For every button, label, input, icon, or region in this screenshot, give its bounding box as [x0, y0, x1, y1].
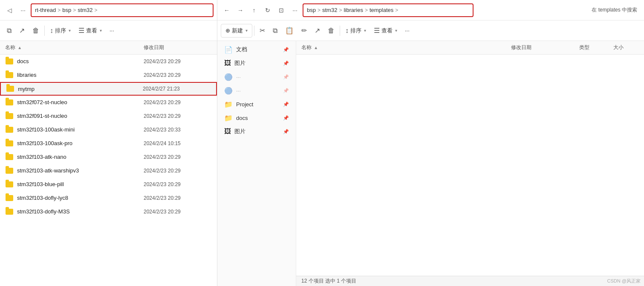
folder-icon-left	[5, 125, 14, 134]
share-btn-right[interactable]: ↗	[311, 24, 323, 38]
quick-item-blurred1[interactable]: 🔵 ··· 📌	[217, 70, 296, 84]
pin-project: 📌	[283, 102, 289, 107]
pictures2-icon: 🖼	[224, 128, 231, 135]
left-file-name: stm32f103-dofly-lyc8	[17, 195, 144, 201]
left-file-row[interactable]: stm32f103-dofly-lyc82024/2/23 20:29	[0, 191, 217, 205]
right-file-list[interactable]	[296, 55, 644, 276]
more-label-right: ···	[405, 27, 410, 34]
more-btn-left[interactable]: ···	[106, 24, 118, 38]
pin-pictures: 📌	[283, 61, 289, 66]
left-file-name: stm32f103-atk-nano	[17, 154, 144, 160]
sep1: >	[58, 7, 61, 13]
paste-btn-right[interactable]: 📋	[282, 24, 297, 38]
delete-btn-left[interactable]: 🗑	[29, 24, 43, 38]
left-file-row[interactable]: mytmp2024/2/27 21:23	[0, 82, 217, 96]
view-btn-right[interactable]: ☰ 查看 ▾	[370, 24, 401, 38]
right-address-bar: ← → ↑ ↻ ⊡ ··· bsp > stm32 > libraries > …	[217, 0, 644, 20]
bc-templates[interactable]: templates	[370, 7, 393, 13]
folder-icon-left	[5, 207, 14, 216]
col-date-right[interactable]: 修改日期	[511, 44, 579, 51]
left-file-name: libraries	[17, 72, 144, 78]
sep-right-2	[340, 26, 340, 36]
left-col-header: 名称 ▲ 修改日期	[0, 41, 217, 55]
copy-btn-left[interactable]: ⧉	[3, 24, 15, 38]
quick-pictures2-label: 图片	[234, 128, 245, 135]
col-name-right[interactable]: 名称 ▲	[301, 44, 511, 51]
quick-item-project[interactable]: 📁 Project 📌	[217, 97, 296, 111]
nav-up-right[interactable]: ↑	[248, 4, 260, 16]
breadcrumb-bsp[interactable]: bsp	[62, 7, 71, 13]
left-file-row[interactable]: stm32f103-100ask-mini2024/2/23 20:33	[0, 123, 217, 137]
nav-dots-right[interactable]: ···	[289, 4, 301, 16]
bc-bsp[interactable]: bsp	[307, 7, 316, 13]
quick-item-docs[interactable]: 📄 文档 📌	[217, 43, 296, 56]
left-file-row[interactable]: stm32f072-st-nucleo2024/2/23 20:29	[0, 96, 217, 109]
rename-btn-right[interactable]: ✏	[298, 24, 310, 38]
more-btn-right[interactable]: ···	[401, 24, 413, 38]
delete-icon-left: 🗑	[32, 27, 39, 35]
left-file-date: 2024/2/24 10:15	[144, 140, 212, 146]
left-file-row[interactable]: stm32f103-atk-warshipv32024/2/23 20:29	[0, 164, 217, 178]
pin-docs: 📌	[283, 47, 289, 53]
view-label-left: 查看	[86, 27, 97, 35]
quick-item-blurred2[interactable]: 🔵 ··· 📌	[217, 84, 296, 97]
cut-icon: ✂	[260, 26, 265, 35]
nav-refresh-right[interactable]: ↻	[262, 4, 274, 16]
sort-btn-left[interactable]: ↕ 排序 ▾	[46, 24, 74, 38]
share-btn-left[interactable]: ↗	[16, 24, 28, 38]
col-size-right[interactable]: 大小	[613, 44, 639, 51]
nav-dots-left[interactable]: ···	[17, 4, 29, 16]
sort-btn-right[interactable]: ↕ 排序 ▾	[342, 24, 370, 38]
new-btn-right[interactable]: ⊕ 新建 ▾	[221, 24, 252, 38]
left-file-row[interactable]: stm32f103-dofly-M3S2024/2/23 20:29	[0, 205, 217, 219]
left-file-list[interactable]: docs2024/2/23 20:29libraries2024/2/23 20…	[0, 55, 217, 286]
nav-back-left[interactable]: ◁	[3, 4, 15, 16]
left-file-date: 2024/2/23 20:29	[144, 181, 212, 187]
nav-screen-right[interactable]: ⊡	[275, 4, 287, 16]
sort-label-left: 排序	[55, 27, 66, 35]
copy-icon-right: ⧉	[273, 27, 277, 35]
sort-arrow-left: ▾	[69, 28, 71, 33]
left-file-row[interactable]: docs2024/2/23 20:29	[0, 55, 217, 68]
copy-icon-left: ⧉	[7, 27, 12, 35]
left-file-name: stm32f103-atk-warshipv3	[17, 167, 144, 174]
pictures-icon: 🖼	[224, 59, 231, 67]
left-file-row[interactable]: libraries2024/2/23 20:29	[0, 68, 217, 82]
delete-icon-right: 🗑	[328, 27, 335, 35]
quick-item-pictures2[interactable]: 🖼 图片 📌	[217, 125, 296, 138]
sort-label-right: 排序	[350, 27, 361, 35]
left-breadcrumb[interactable]: rt-thread > bsp > stm32 >	[31, 3, 214, 17]
col-name-left[interactable]: 名称 ▲	[5, 44, 144, 51]
right-main: 📄 文档 📌 🖼 图片 📌 🔵 ··· 📌 🔵 ··· �	[217, 41, 644, 286]
quick-item-pictures[interactable]: 🖼 图片 📌	[217, 56, 296, 70]
left-file-row[interactable]: stm32f103-100ask-pro2024/2/24 10:15	[0, 137, 217, 150]
cut-btn-right[interactable]: ✂	[256, 24, 269, 38]
bc-libraries[interactable]: libraries	[344, 7, 363, 13]
right-breadcrumb[interactable]: bsp > stm32 > libraries > templates >	[303, 3, 474, 17]
view-btn-left[interactable]: ☰ 查看 ▾	[75, 24, 105, 38]
share-icon-right: ↗	[315, 26, 320, 35]
quick-docs2-label: docs	[236, 115, 248, 121]
left-file-name: docs	[17, 58, 144, 64]
sort-icon-left: ↕	[50, 27, 53, 35]
left-file-date: 2024/2/23 20:29	[144, 72, 212, 78]
copy-btn-right[interactable]: ⧉	[269, 24, 281, 38]
left-file-row[interactable]: stm32f103-blue-pill2024/2/23 20:29	[0, 178, 217, 191]
left-file-row[interactable]: stm32f103-atk-nano2024/2/23 20:29	[0, 150, 217, 164]
quick-blurred1-label: ···	[236, 74, 241, 80]
left-file-row[interactable]: stm32f091-st-nucleo2024/2/23 20:29	[0, 109, 217, 123]
left-file-date: 2024/2/23 20:33	[144, 127, 212, 133]
bc-stm32[interactable]: stm32	[322, 7, 337, 13]
delete-btn-right[interactable]: 🗑	[324, 24, 338, 38]
left-file-name: stm32f103-100ask-pro	[17, 140, 144, 146]
breadcrumb-stm32[interactable]: stm32	[78, 7, 92, 13]
col-type-right[interactable]: 类型	[579, 44, 613, 51]
sort-icon-right: ↕	[345, 27, 349, 35]
nav-forward-right[interactable]: →	[234, 4, 246, 16]
nav-back-right[interactable]: ←	[221, 4, 233, 16]
col-date-left[interactable]: 修改日期	[144, 44, 212, 51]
breadcrumb-rtthread[interactable]: rt-thread	[35, 7, 56, 13]
left-file-name: mytmp	[18, 86, 143, 92]
quick-item-docs2[interactable]: 📁 docs 📌	[217, 111, 296, 125]
left-file-date: 2024/2/23 20:29	[144, 168, 212, 174]
